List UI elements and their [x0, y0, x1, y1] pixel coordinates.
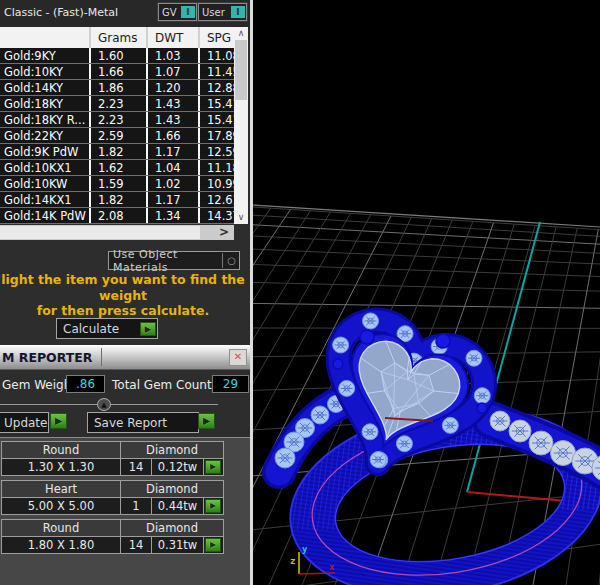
scroll-down-icon[interactable]: ∨	[234, 211, 248, 224]
horizontal-scroll-thumb[interactable]	[0, 226, 200, 239]
table-row[interactable]: Gold:18KY2.231.4315.41	[0, 96, 234, 112]
gem-weight: 0.12tw	[151, 459, 203, 475]
gv-toggle[interactable]: GV I	[158, 3, 197, 21]
user-toggle[interactable]: User I	[198, 3, 247, 21]
gem-shape: Heart	[2, 481, 120, 497]
gem-entry: RoundDiamond 1.30 X 1.30140.12tw▶	[1, 441, 224, 476]
gem-reporter-titlebar: M REPORTER ✕	[0, 345, 250, 369]
gem-material: Diamond	[120, 442, 223, 458]
table-row[interactable]: Gold:14KX11.821.1712.61	[0, 192, 234, 208]
instruction-text: light the item you want to find the weig…	[0, 272, 246, 319]
col-dwt: DWT	[146, 27, 198, 48]
gem-count-value: 29	[212, 375, 249, 393]
close-icon[interactable]: ✕	[229, 349, 247, 366]
col-spg: SPG	[198, 27, 234, 48]
metal-weight-table: Grams DWT SPG Gold:9KY1.601.0311.08 Gold…	[0, 27, 234, 224]
use-object-materials-label: Use Object Materials	[109, 248, 222, 274]
3d-viewport[interactable]: yzx	[250, 0, 600, 585]
vertical-scrollbar[interactable]: ∧ ∨	[234, 27, 248, 224]
svg-text:x: x	[329, 562, 335, 572]
calculate-label: Calculate	[57, 322, 119, 336]
play-icon: ▶	[140, 322, 156, 336]
panel-title: Classic - (Fast)-Metal	[4, 6, 118, 19]
gem-size: 1.30 X 1.30	[2, 459, 120, 475]
gem-size: 5.00 X 5.00	[2, 498, 120, 514]
horizontal-scrollbar[interactable]: >	[0, 225, 234, 240]
gem-weight-label: Gem Weight	[2, 378, 76, 392]
save-report-button[interactable]: Save Report	[87, 412, 199, 433]
gem-play-icon[interactable]: ▶	[205, 538, 221, 552]
col-grams: Grams	[89, 27, 146, 48]
save-report-play-icon[interactable]: ▶	[198, 413, 215, 429]
svg-text:y: y	[302, 544, 308, 554]
gem-count: 1	[120, 498, 151, 514]
gem-shape: Round	[2, 442, 120, 458]
table-row[interactable]: Gold:14K PdW2.081.3414.37	[0, 208, 234, 224]
update-button[interactable]: Update	[0, 412, 49, 433]
table-row[interactable]: Gold:10KX11.621.0411.18	[0, 160, 234, 176]
reporter-slider: ▲	[0, 398, 250, 412]
slider-handle[interactable]: ▲	[97, 398, 111, 411]
gem-play-icon[interactable]: ▶	[205, 499, 221, 513]
gem-count-label: Total Gem Count	[112, 378, 212, 392]
left-panel: Classic - (Fast)-Metal GV I User I Grams…	[0, 0, 250, 585]
gem-material: Diamond	[120, 481, 223, 497]
gv-toggle-indicator-icon: I	[181, 6, 195, 18]
table-row[interactable]: Gold:10KW1.591.0210.99	[0, 176, 234, 192]
use-object-materials-button[interactable]: Use Object Materials ○	[108, 251, 240, 270]
update-label: Update	[0, 416, 47, 430]
table-header: Grams DWT SPG	[0, 27, 234, 48]
gem-play-icon[interactable]: ▶	[205, 460, 221, 474]
gem-shape: Round	[2, 520, 120, 536]
radio-circle-icon: ○	[222, 253, 236, 268]
gem-summary-row: Gem Weight .86 Total Gem Count 29	[0, 369, 250, 399]
gem-entry: HeartDiamond 5.00 X 5.0010.44tw▶	[1, 480, 224, 515]
gem-material: Diamond	[120, 520, 223, 536]
titlebar-divider	[101, 348, 102, 366]
table-row[interactable]: Gold:14KY1.861.2012.88	[0, 80, 234, 96]
panel-titlebar: Classic - (Fast)-Metal GV I User I	[0, 0, 250, 27]
scroll-up-icon[interactable]: ∧	[234, 27, 248, 40]
gem-weight: 0.44tw	[151, 498, 203, 514]
gv-toggle-label: GV	[159, 7, 180, 18]
app-window: { "title_bar": { "title": "Classic - (Fa…	[0, 0, 600, 585]
user-toggle-indicator-icon: I	[231, 6, 245, 18]
gem-count: 14	[120, 537, 151, 553]
table-row[interactable]: Gold:9KY1.601.0311.08	[0, 48, 234, 64]
gem-list-section: RoundDiamond 1.30 X 1.30140.12tw▶ HeartD…	[0, 437, 250, 585]
gem-weight: 0.31tw	[151, 537, 203, 553]
vertical-scroll-thumb[interactable]	[235, 40, 247, 100]
table-row[interactable]: Gold:9K PdW1.821.1712.59	[0, 144, 234, 160]
save-report-label: Save Report	[88, 416, 167, 430]
calculate-button[interactable]: Calculate ▶	[56, 318, 158, 339]
update-play-icon[interactable]: ▶	[50, 413, 67, 429]
gem-weight-value: .86	[66, 375, 105, 393]
table-row[interactable]: Gold:10KY1.661.0711.45	[0, 64, 234, 80]
gem-size: 1.80 X 1.80	[2, 537, 120, 553]
table-row[interactable]: Gold:18KY R...2.231.4315.41	[0, 112, 234, 128]
instruction-line1: light the item you want to find the weig…	[0, 272, 246, 303]
svg-text:z: z	[290, 556, 295, 566]
scroll-right-icon[interactable]: >	[214, 225, 234, 240]
ring-render: yzx	[253, 0, 600, 585]
instruction-line2: for then press calculate.	[0, 303, 246, 319]
user-toggle-label: User	[199, 7, 228, 18]
table-row[interactable]: Gold:22KY2.591.6617.89	[0, 128, 234, 144]
gem-count: 14	[120, 459, 151, 475]
gem-reporter-title: M REPORTER	[0, 350, 93, 365]
gem-entry: RoundDiamond 1.80 X 1.80140.31tw▶	[1, 519, 224, 554]
